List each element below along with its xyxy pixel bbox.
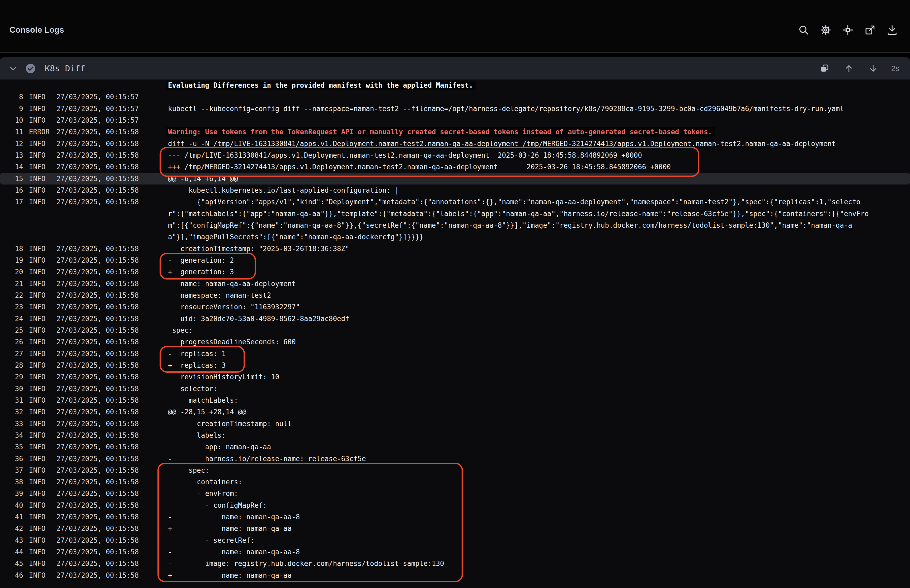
settings-gear-icon[interactable]: [819, 24, 832, 36]
log-message: - replicas: 1: [168, 348, 869, 360]
log-timestamp: 27/03/2025, 00:15:58: [57, 138, 140, 150]
log-timestamp: 27/03/2025, 00:15:58: [57, 558, 140, 569]
log-message: creationTimestamp: null: [168, 418, 869, 430]
open-external-icon[interactable]: [864, 24, 876, 36]
log-level: INFO: [29, 430, 55, 441]
log-message: creationTimestamp: "2025-03-26T18:36:38Z…: [168, 243, 869, 255]
log-level: INFO: [29, 546, 55, 558]
download-logs-icon[interactable]: [886, 24, 899, 36]
log-row: Evaluating Differences in the provided m…: [0, 79, 910, 91]
copy-icon[interactable]: [818, 62, 831, 75]
log-timestamp: 27/03/2025, 00:15:58: [57, 488, 140, 499]
log-row: 24 INFO 27/03/2025, 00:15:58 uid: 3a20dc…: [0, 313, 910, 325]
log-timestamp: 27/03/2025, 00:15:58: [57, 173, 140, 184]
log-row: 19 INFO 27/03/2025, 00:15:58 - generatio…: [0, 255, 910, 266]
log-level: INFO: [29, 301, 55, 313]
log-level: INFO: [29, 371, 55, 383]
log-line-number: 10: [0, 115, 23, 126]
log-row: 17 INFO 27/03/2025, 00:15:58 {"apiVersio…: [0, 196, 910, 243]
log-message: - name: naman-qa-aa-8: [168, 511, 869, 523]
step-duration: 2s: [891, 64, 899, 73]
log-row: 41 INFO 27/03/2025, 00:15:58 - name: nam…: [0, 511, 910, 523]
log-timestamp: 27/03/2025, 00:15:58: [57, 523, 140, 534]
log-timestamp: 27/03/2025, 00:15:58: [57, 394, 140, 406]
log-timestamp: 27/03/2025, 00:15:58: [57, 360, 140, 371]
log-timestamp: 27/03/2025, 00:15:58: [57, 418, 140, 430]
log-level: INFO: [29, 184, 55, 196]
log-message: app: naman-qa-aa: [168, 441, 869, 453]
log-message: +++ /tmp/MERGED-3214274413/apps.v1.Deplo…: [168, 161, 869, 173]
log-line-number: 11: [0, 126, 23, 138]
log-message: selector:: [168, 383, 869, 394]
scroll-up-icon[interactable]: [842, 62, 855, 75]
log-message: diff -u -N /tmp/LIVE-1631330841/apps.v1.…: [168, 138, 869, 150]
log-line-number: 25: [0, 325, 23, 336]
log-row: 27 INFO 27/03/2025, 00:15:58 - replicas:…: [0, 348, 910, 360]
log-level: INFO: [29, 91, 55, 103]
log-level: INFO: [29, 243, 55, 255]
log-level: INFO: [29, 418, 55, 430]
log-row: 31 INFO 27/03/2025, 00:15:58 matchLabels…: [0, 394, 910, 406]
log-level: INFO: [29, 150, 55, 161]
log-message: + name: naman-qa-aa: [168, 523, 869, 534]
log-row: 39 INFO 27/03/2025, 00:15:58 - envFrom:: [0, 488, 910, 499]
log-timestamp: 27/03/2025, 00:15:58: [57, 371, 140, 383]
log-line-number: 37: [0, 465, 23, 476]
log-row: 43 INFO 27/03/2025, 00:15:58 - secretRef…: [0, 535, 910, 546]
log-row: 11 ERROR 27/03/2025, 00:15:58 Warning: U…: [0, 126, 910, 138]
log-message: Warning: Use tokens from the TokenReques…: [168, 126, 869, 138]
log-timestamp: [57, 79, 140, 91]
log-message: - harness.io/release-name: release-63cf5…: [168, 453, 869, 465]
log-line-number: 16: [0, 184, 23, 196]
collapse-panels-icon[interactable]: [842, 24, 854, 36]
log-timestamp: 27/03/2025, 00:15:58: [57, 161, 140, 173]
log-line-number: 40: [0, 499, 23, 511]
log-line-number: 9: [0, 103, 23, 115]
log-line-number: 8: [0, 91, 23, 103]
log-message: progressDeadlineSeconds: 600: [168, 336, 869, 348]
log-line-number: 22: [0, 289, 23, 301]
log-row: 15 INFO 27/03/2025, 00:15:58 @@ -6,14 +6…: [0, 173, 910, 184]
log-row: 32 INFO 27/03/2025, 00:15:58 @@ -28,15 +…: [0, 406, 910, 418]
log-timestamp: 27/03/2025, 00:15:58: [57, 476, 140, 488]
log-level: INFO: [29, 465, 55, 476]
log-timestamp: 27/03/2025, 00:15:58: [57, 406, 140, 418]
chevron-down-icon[interactable]: [7, 62, 19, 75]
log-message: [168, 91, 869, 103]
log-level: INFO: [29, 278, 55, 289]
log-level: INFO: [29, 511, 55, 523]
log-level: INFO: [29, 394, 55, 406]
log-timestamp: 27/03/2025, 00:15:58: [57, 289, 140, 301]
log-message: - generation: 2: [168, 255, 869, 266]
log-timestamp: 27/03/2025, 00:15:58: [57, 570, 140, 581]
step-header-k8s-diff[interactable]: K8s Diff 2s: [0, 57, 910, 79]
log-line-number: 42: [0, 523, 23, 534]
log-row: 16 INFO 27/03/2025, 00:15:58 kubectl.kub…: [0, 184, 910, 196]
log-area[interactable]: Evaluating Differences in the provided m…: [0, 79, 910, 588]
log-row: 10 INFO 27/03/2025, 00:15:57: [0, 115, 910, 126]
log-message: + generation: 3: [168, 266, 869, 278]
log-line-number: 27: [0, 348, 23, 360]
log-level: INFO: [29, 313, 55, 325]
log-line-number: 19: [0, 255, 23, 266]
log-line-number: 18: [0, 243, 23, 255]
log-level: INFO: [29, 558, 55, 569]
log-row: 25 INFO 27/03/2025, 00:15:58 spec:: [0, 325, 910, 336]
log-line-number: 31: [0, 394, 23, 406]
log-line-number: 20: [0, 266, 23, 278]
search-icon[interactable]: [797, 24, 810, 36]
log-level: [29, 79, 55, 91]
log-line-number: 28: [0, 360, 23, 371]
log-row: 34 INFO 27/03/2025, 00:15:58 labels:: [0, 430, 910, 441]
log-row: 38 INFO 27/03/2025, 00:15:58 containers:: [0, 476, 910, 488]
console-logs-header: Console Logs: [0, 0, 910, 53]
log-level: INFO: [29, 570, 55, 581]
log-line-number: 26: [0, 336, 23, 348]
log-timestamp: 27/03/2025, 00:15:58: [57, 383, 140, 394]
log-line-number: 30: [0, 383, 23, 394]
log-row: 14 INFO 27/03/2025, 00:15:58 +++ /tmp/ME…: [0, 161, 910, 173]
log-message: - name: naman-qa-aa-8: [168, 546, 869, 558]
log-message: {"apiVersion":"apps/v1","kind":"Deployme…: [168, 196, 869, 243]
scroll-down-icon[interactable]: [867, 62, 879, 75]
log-line-number: 17: [0, 196, 23, 243]
